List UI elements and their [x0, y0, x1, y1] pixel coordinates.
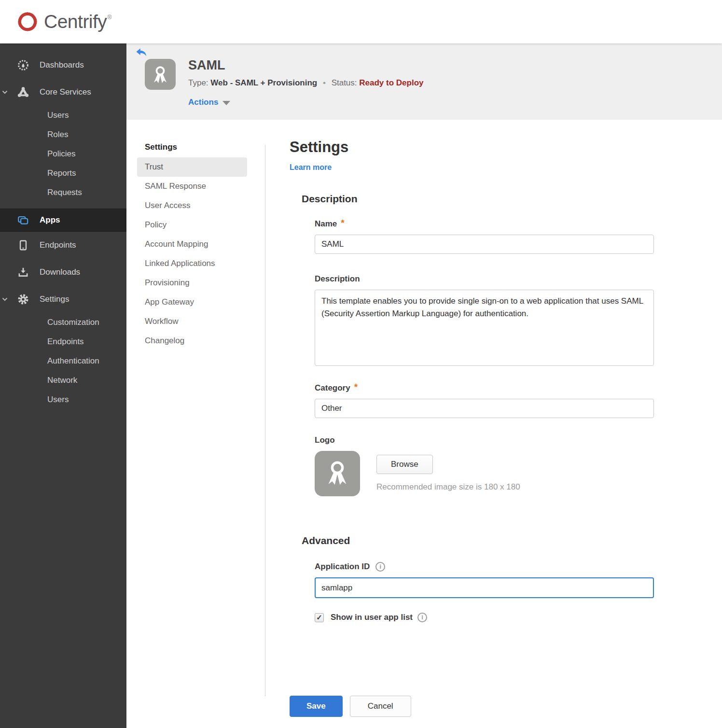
app-logo-preview [315, 451, 360, 496]
learn-more-link[interactable]: Learn more [290, 163, 332, 172]
sidebar-item-network[interactable]: Network [0, 371, 126, 390]
name-label: Name [315, 219, 337, 229]
sidebar-item-customization[interactable]: Customization [0, 313, 126, 332]
check-icon: ✓ [316, 614, 322, 621]
award-ribbon-icon [145, 59, 176, 90]
award-ribbon-icon [322, 458, 352, 490]
advanced-section-heading: Advanced [302, 535, 656, 546]
page-title: Settings [290, 139, 656, 155]
download-icon [17, 266, 29, 279]
type-label: Type: [188, 78, 208, 87]
core-services-icon [17, 86, 29, 98]
show-in-user-app-list-checkbox[interactable]: ✓ [315, 613, 324, 622]
category-label: Category [315, 383, 350, 393]
browse-button[interactable]: Browse [376, 455, 433, 474]
subnav-item-policy[interactable]: Policy [137, 215, 247, 235]
logo-label-row: Logo [315, 435, 656, 445]
settings-panel: Settings Learn more Description Name * D… [290, 139, 656, 717]
sidebar-item-reports[interactable]: Reports [0, 164, 126, 183]
info-icon[interactable]: i [417, 613, 427, 622]
show-in-user-app-list-row: ✓ Show in user app list i [315, 613, 656, 622]
subnav-item-account-mapping[interactable]: Account Mapping [137, 235, 247, 254]
apps-icon [17, 214, 29, 226]
gear-icon [17, 293, 29, 306]
sidebar-item-label: Apps [40, 215, 60, 225]
top-bar: Centrify ® [0, 0, 722, 43]
name-input[interactable] [315, 235, 654, 254]
subnav-item-provisioning[interactable]: Provisioning [137, 273, 247, 293]
app-header-band: SAML Type: Web - SAML + Provisioning • S… [126, 43, 722, 120]
description-section: Description Name * Description This temp… [290, 193, 656, 496]
sidebar-item-settings-endpoints[interactable]: Endpoints [0, 332, 126, 351]
sidebar-item-apps[interactable]: Apps [0, 209, 126, 232]
sidebar-item-settings-users[interactable]: Users [0, 390, 126, 409]
logo-size-hint: Recommended image size is 180 x 180 [376, 482, 520, 492]
logo-label: Logo [315, 435, 335, 445]
category-label-row: Category * [315, 383, 656, 393]
status-value: Ready to Deploy [359, 78, 423, 87]
separator-dot: • [319, 78, 329, 87]
sidebar: Dashboards Core Services Users Roles Pol… [0, 43, 126, 728]
sidebar-item-authentication[interactable]: Authentication [0, 351, 126, 371]
description-label: Description [315, 274, 360, 284]
sidebar-item-requests[interactable]: Requests [0, 183, 126, 202]
centrify-swirl-icon [16, 10, 39, 33]
required-asterisk: * [354, 382, 358, 392]
subnav-heading: Settings [145, 142, 177, 152]
actions-dropdown[interactable]: Actions [188, 98, 230, 107]
sidebar-gap [0, 202, 126, 209]
chevron-down-icon[interactable] [1, 89, 8, 98]
sidebar-item-label: Endpoints [40, 240, 76, 250]
sidebar-item-core-services[interactable]: Core Services [0, 79, 126, 106]
registered-mark: ® [107, 14, 111, 21]
caret-down-icon [222, 101, 230, 105]
sidebar-item-downloads[interactable]: Downloads [0, 259, 126, 286]
show-in-user-app-list-label: Show in user app list [331, 613, 413, 622]
brand-name: Centrify [44, 10, 107, 33]
cancel-button[interactable]: Cancel [350, 696, 411, 717]
status-label: Status: [332, 78, 357, 87]
subnav-item-user-access[interactable]: User Access [137, 196, 247, 215]
description-label-row: Description [315, 274, 656, 284]
name-label-row: Name * [315, 219, 656, 229]
subnav-item-workflow[interactable]: Workflow [137, 312, 247, 331]
sidebar-item-label: Settings [40, 294, 69, 304]
subnav-item-linked-applications[interactable]: Linked Applications [137, 254, 247, 273]
sidebar-item-users[interactable]: Users [0, 106, 126, 125]
description-textarea[interactable]: This template enables you to provide sin… [315, 290, 654, 366]
logo-row: Browse Recommended image size is 180 x 1… [315, 451, 656, 496]
sidebar-item-settings[interactable]: Settings [0, 286, 126, 313]
sidebar-item-dashboards[interactable]: Dashboards [0, 52, 126, 79]
info-icon[interactable]: i [375, 562, 385, 572]
back-arrow-icon[interactable] [135, 47, 148, 58]
sidebar-item-policies[interactable]: Policies [0, 144, 126, 164]
required-asterisk: * [341, 218, 344, 228]
subnav-item-saml-response[interactable]: SAML Response [137, 177, 247, 196]
sidebar-item-endpoints[interactable]: Endpoints [0, 232, 126, 259]
chevron-down-icon[interactable] [1, 296, 8, 305]
mobile-icon [17, 239, 29, 252]
sidebar-item-label: Dashboards [40, 60, 84, 70]
sidebar-item-label: Downloads [40, 267, 80, 277]
vertical-divider [265, 145, 265, 696]
application-id-input[interactable] [315, 577, 654, 598]
description-section-heading: Description [302, 193, 656, 205]
app-type-status-line: Type: Web - SAML + Provisioning • Status… [188, 78, 423, 88]
centrify-logo: Centrify ® [16, 10, 111, 33]
subnav-item-changelog[interactable]: Changelog [137, 331, 247, 350]
gauge-icon [17, 59, 29, 71]
advanced-section: Advanced Application ID i ✓ Show in user… [290, 535, 656, 717]
actions-label: Actions [188, 98, 218, 107]
application-id-label: Application ID [315, 562, 370, 572]
category-input[interactable] [315, 399, 654, 418]
save-button[interactable]: Save [290, 696, 343, 717]
subnav-item-trust[interactable]: Trust [137, 157, 247, 177]
sidebar-item-roles[interactable]: Roles [0, 125, 126, 144]
type-value: Web - SAML + Provisioning [210, 78, 317, 87]
application-id-label-row: Application ID i [315, 562, 656, 572]
form-buttons: Save Cancel [290, 696, 656, 717]
subnav: Trust SAML Response User Access Policy A… [137, 157, 247, 350]
app-title: SAML [188, 58, 225, 73]
subnav-item-app-gateway[interactable]: App Gateway [137, 293, 247, 312]
sidebar-item-label: Core Services [40, 87, 91, 97]
